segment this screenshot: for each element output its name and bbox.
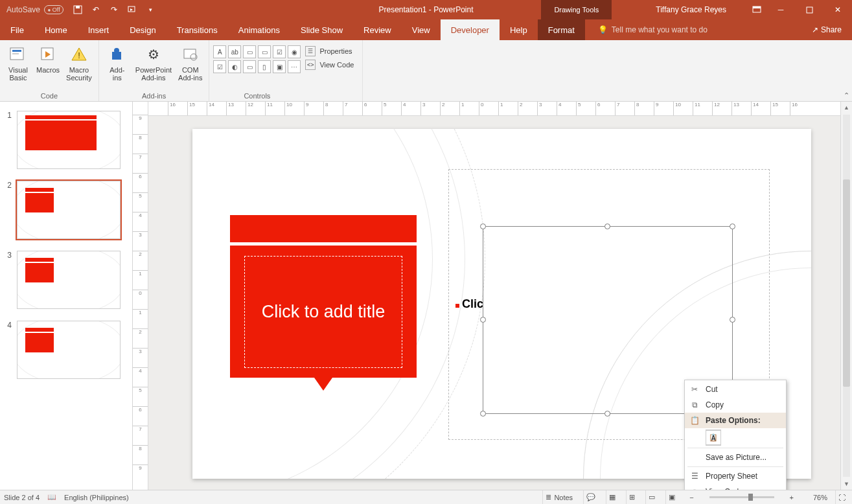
- tab-home[interactable]: Home: [34, 19, 78, 40]
- redo-icon[interactable]: ↷: [109, 5, 119, 15]
- contextual-tab-drawing-tools[interactable]: Drawing Tools: [541, 0, 612, 19]
- ribbon-group-addins: Add- ins ⚙PowerPoint Add-ins COM Add-ins…: [99, 40, 210, 101]
- tab-file[interactable]: File: [0, 19, 34, 40]
- minimize-button[interactable]: ─: [766, 0, 795, 19]
- copy-icon: ⧉: [689, 400, 700, 410]
- spin-control-icon[interactable]: ◐: [228, 60, 241, 73]
- workspace: 1 2 3 4 9876543210123456789 161514131211…: [0, 102, 852, 490]
- fit-to-window-button[interactable]: ⛶: [835, 490, 848, 504]
- ribbon: Visual Basic Macros !Macro Security Code…: [0, 40, 852, 102]
- macro-security-button[interactable]: !Macro Security: [63, 43, 95, 83]
- notes-button[interactable]: ≣Notes: [542, 490, 575, 504]
- tab-slide-show[interactable]: Slide Show: [290, 19, 353, 40]
- visual-basic-button[interactable]: Visual Basic: [4, 43, 32, 83]
- com-addins-icon: [180, 44, 201, 65]
- toggle-control-icon[interactable]: ☑: [213, 60, 226, 73]
- context-copy[interactable]: ⧉Copy: [685, 397, 786, 413]
- combo-control-icon[interactable]: ▭: [243, 45, 256, 58]
- view-code-icon: <>: [305, 60, 316, 70]
- command-control-icon[interactable]: ▭: [243, 60, 256, 73]
- clipboard-icon: 📋: [689, 415, 700, 426]
- thumbnail-slide-3[interactable]: 3: [0, 248, 132, 318]
- option-control-icon[interactable]: ◉: [288, 45, 301, 58]
- slide-counter[interactable]: Slide 2 of 4: [4, 494, 40, 501]
- thumbnail-slide-4[interactable]: 4: [0, 318, 132, 388]
- tab-developer[interactable]: Developer: [441, 19, 500, 40]
- scroll-thumb[interactable]: [843, 179, 850, 387]
- normal-view-button[interactable]: ▦: [606, 490, 618, 504]
- context-paste-options[interactable]: 📋Paste Options:: [685, 413, 786, 428]
- close-button[interactable]: ✕: [823, 0, 852, 19]
- title-placeholder[interactable]: Click to add title: [230, 246, 417, 378]
- slide-canvas-area[interactable]: Click to add title Clic: [148, 116, 840, 490]
- addins-button[interactable]: Add- ins: [103, 43, 132, 83]
- powerpoint-addins-button[interactable]: ⚙PowerPoint Add-ins: [133, 43, 174, 83]
- zoom-out-button[interactable]: −: [685, 494, 697, 501]
- thumbnail-slide-1[interactable]: 1: [0, 108, 132, 178]
- collapse-ribbon-icon[interactable]: ⌃: [844, 91, 849, 100]
- scrollbar-control-icon[interactable]: ▯: [258, 60, 271, 73]
- slide-thumbnail-panel[interactable]: 1 2 3 4: [0, 102, 133, 490]
- spell-check-icon[interactable]: 📖: [47, 493, 56, 501]
- language-indicator[interactable]: English (Philippines): [64, 494, 129, 501]
- reading-view-button[interactable]: ▭: [645, 490, 658, 504]
- vertical-ruler: 9876543210123456789: [133, 102, 148, 490]
- list-control-icon[interactable]: ▭: [258, 45, 271, 58]
- image-control-icon[interactable]: ▣: [273, 60, 286, 73]
- zoom-in-button[interactable]: +: [786, 494, 798, 501]
- visual-basic-icon: [8, 44, 29, 65]
- ribbon-display-options-icon[interactable]: [752, 6, 761, 14]
- tab-help[interactable]: Help: [500, 19, 538, 40]
- checkbox-control-icon[interactable]: ☑: [273, 45, 286, 58]
- slide-sorter-button[interactable]: ⊞: [626, 490, 638, 504]
- zoom-slider[interactable]: [709, 496, 774, 498]
- more-controls-icon[interactable]: ⋯: [288, 60, 301, 73]
- textbox-control-icon[interactable]: ab: [228, 45, 241, 58]
- undo-icon[interactable]: ↶: [91, 5, 101, 15]
- bullet-icon: [455, 304, 459, 308]
- lightbulb-icon: 💡: [598, 25, 608, 34]
- context-save-as-picture[interactable]: Save as Picture...: [685, 450, 786, 465]
- zoom-percent[interactable]: 76%: [805, 494, 827, 501]
- tab-design[interactable]: Design: [119, 19, 166, 40]
- thumbnail-slide-2[interactable]: 2: [0, 178, 132, 248]
- tab-insert[interactable]: Insert: [78, 19, 120, 40]
- save-icon[interactable]: [73, 5, 83, 15]
- qat-customize-icon[interactable]: ▾: [145, 5, 155, 15]
- context-view-code[interactable]: <>View Code: [685, 484, 786, 490]
- start-from-beginning-icon[interactable]: [127, 5, 137, 15]
- autosave-state: ● Off: [44, 5, 63, 14]
- gear-icon: ⚙: [143, 44, 164, 65]
- scroll-down-icon[interactable]: ▼: [841, 478, 852, 490]
- slideshow-view-button[interactable]: ▣: [665, 490, 678, 504]
- macros-button[interactable]: Macros: [34, 43, 62, 75]
- svg-rect-8: [12, 50, 21, 52]
- tab-format[interactable]: Format: [538, 19, 585, 40]
- context-property-sheet[interactable]: ☰Property Sheet: [685, 468, 786, 484]
- callout-pointer: [314, 378, 332, 391]
- share-button[interactable]: ↗ Share: [801, 19, 852, 40]
- tab-transitions[interactable]: Transitions: [167, 19, 228, 40]
- properties-button[interactable]: ☰Properties: [303, 45, 356, 57]
- view-code-button[interactable]: <>View Code: [303, 59, 356, 71]
- tab-view[interactable]: View: [402, 19, 441, 40]
- scissors-icon: ✂: [689, 384, 700, 395]
- paste-option-keep-text[interactable]: 📋A: [685, 428, 786, 446]
- document-title: Presentation1 - PowerPoint: [378, 5, 473, 14]
- label-control-icon[interactable]: A: [213, 45, 226, 58]
- tab-review[interactable]: Review: [353, 19, 402, 40]
- tab-animations[interactable]: Animations: [228, 19, 290, 40]
- context-cut[interactable]: ✂Cut: [685, 382, 786, 397]
- maximize-button[interactable]: [795, 0, 823, 19]
- tell-me-search[interactable]: 💡 Tell me what you want to do: [585, 19, 801, 40]
- comments-button[interactable]: 💬: [583, 490, 598, 504]
- comments-icon: 💬: [586, 493, 595, 501]
- autosave-label: AutoSave: [6, 5, 40, 14]
- vertical-scrollbar[interactable]: ▲ ▼: [840, 102, 852, 490]
- controls-proplist: ☰Properties <>View Code: [301, 43, 358, 101]
- scroll-up-icon[interactable]: ▲: [841, 102, 852, 113]
- user-name[interactable]: Tiffany Grace Reyes: [617, 5, 746, 14]
- autosave-toggle[interactable]: AutoSave ● Off: [0, 5, 70, 14]
- warning-icon: !: [69, 44, 89, 65]
- com-addins-button[interactable]: COM Add-ins: [176, 43, 205, 83]
